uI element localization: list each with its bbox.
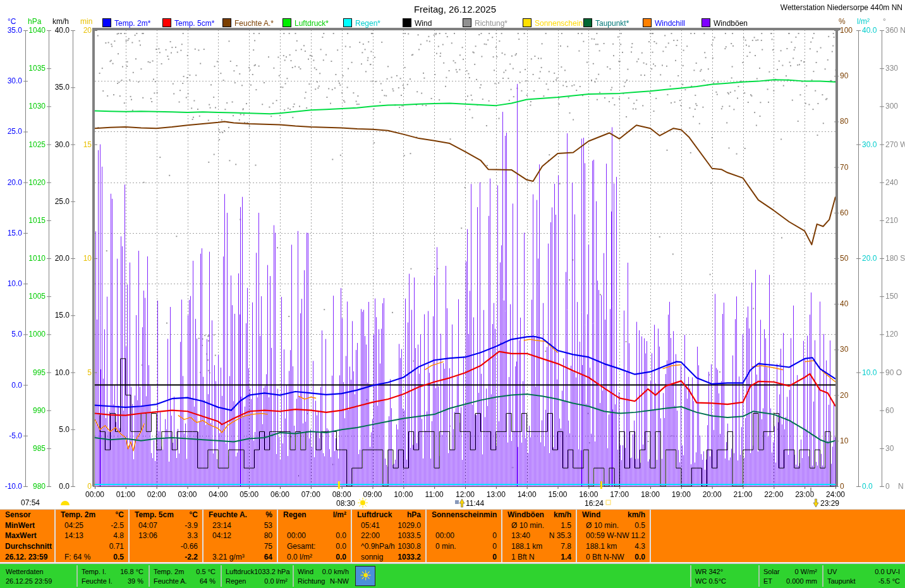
stats-col-wind: Windkm/hØ 10 min.0.500:59 W-NW11.2188.1 … <box>577 510 651 562</box>
stats-row-label: MaxWert <box>5 531 37 540</box>
stats-col-regen: Regenl/m²00:000.0Gesamt:0.00.0 l/m²0.0 <box>278 510 352 562</box>
stats-cell-value: 64 <box>264 553 272 561</box>
weather-chart-canvas <box>0 0 905 509</box>
legend-label: Richtung* <box>475 19 507 28</box>
stats-cell-value: 0.0 <box>336 553 346 561</box>
stats-cell-value: 0.5 <box>113 553 124 561</box>
stats-col-unit: °C <box>190 510 198 519</box>
legend-swatch-icon <box>643 18 652 27</box>
status-value: -5.5 °C <box>878 577 900 585</box>
stats-col-unit: hPa <box>407 510 421 519</box>
page-title: Freitag, 26.12.2025 <box>354 4 556 15</box>
stats-cell-time: 188.1 km <box>507 542 542 551</box>
stats-col-temp-2m: Temp. 2m°C04:25-2.514:134.80.71F: 64 %0.… <box>56 510 130 562</box>
legend-swatch-icon <box>222 18 231 27</box>
status-value: 0 W/m² <box>795 568 817 575</box>
weather-page: Freitag, 26.12.2025 Wetterstation Nieder… <box>0 0 905 588</box>
status-label: Feuchte I. <box>82 577 112 585</box>
stats-col-unit: % <box>265 510 272 519</box>
stats-cell-value: 0.5 <box>635 521 645 530</box>
status-label: UV <box>827 568 837 575</box>
status-panel-5: WR 342°WC 0.5°C <box>690 565 757 587</box>
stats-cell-value: 0.0 <box>336 531 346 540</box>
legend-item-2: Feuchte A.* <box>222 18 274 27</box>
axis-unit-min: min <box>80 17 92 26</box>
stats-col-name: Temp. 5cm <box>135 510 174 519</box>
legend-item-10: Windböen <box>702 18 748 27</box>
status-value: 0.000 mm <box>786 577 817 585</box>
stats-cell-value: -2.5 <box>111 521 124 530</box>
stats-cell-time: 22:00 <box>357 531 380 540</box>
legend-swatch-icon <box>463 18 471 27</box>
stats-cell-time: 00:00 <box>432 531 454 540</box>
stats-cell-time: 14:13 <box>61 531 83 540</box>
legend-item-7: Sonnenschein <box>523 18 583 27</box>
legend-label: Luftdruck* <box>295 19 329 28</box>
stats-cell-value: -0.66 <box>181 542 198 551</box>
stats-col-unit: km/h <box>628 510 645 519</box>
legend-label: Taupunkt* <box>595 19 629 28</box>
status-label: Richtung <box>298 577 325 585</box>
stats-row-label: 26.12. 23:59 <box>5 553 47 561</box>
stats-cell-value: 1.4 <box>561 553 571 561</box>
stats-cell-value: N 35.3 <box>549 531 571 540</box>
stats-cell-value: 0.0 <box>635 553 645 561</box>
stats-col-luftdruck: LuftdruckhPa05:411029.022:001033.5^0.9hP… <box>352 510 427 562</box>
status-value: 0.5 °C <box>196 568 216 575</box>
stats-cell-time: 0.0 l/m² <box>283 553 312 561</box>
legend-label: Sonnenschein <box>535 19 583 28</box>
station-name: Wetterstation Niedersorpe 440m NN <box>780 3 902 12</box>
stats-cell-value: 4.3 <box>635 542 645 551</box>
legend-item-5: Wind <box>403 18 432 27</box>
stats-col-name: Windböen <box>507 510 544 519</box>
legend-swatch-icon <box>702 18 710 27</box>
stats-cell-value: -3.9 <box>185 521 198 530</box>
status-label: Solar <box>763 568 780 575</box>
stats-cell-time: 04:07 <box>135 521 157 530</box>
legend-item-9: Windchill <box>643 18 685 27</box>
stats-col-unit: min <box>483 510 497 519</box>
stats-col-name: Feuchte A. <box>209 510 247 519</box>
stats-filler <box>651 510 905 562</box>
stats-cell-time: 00:59 W-NW <box>582 531 629 540</box>
legend-label: Wind <box>415 19 432 28</box>
stats-cell-time: Ø 10 min. <box>507 521 544 530</box>
legend-swatch-icon <box>102 18 111 27</box>
stats-cell-time: ^0.9hPa/h <box>357 542 395 551</box>
status-label: WC 0.5°C <box>695 577 726 585</box>
stats-cell-value: 11.2 <box>631 531 645 540</box>
axis-unit-percent: % <box>839 17 846 26</box>
stats-cell-value: 80 <box>264 531 272 540</box>
legend-label: Windböen <box>714 19 748 28</box>
stats-cell-value: -2.2 <box>185 553 198 561</box>
stats-row-label: MinWert <box>5 521 35 530</box>
legend-label: Windchill <box>655 19 685 28</box>
weather-sun-icon: ☀ <box>355 566 375 586</box>
stats-cell-value: 1030.8 <box>398 542 421 551</box>
legend-item-6: Richtung* <box>463 18 507 27</box>
status-label: 26.12.25 23:59 <box>6 577 52 585</box>
stats-col-feuchte-a-: Feuchte A.%23:145304:1280753.21 g/m³64 <box>203 510 278 562</box>
status-label: Taupunkt <box>827 577 856 585</box>
status-label: Wetterdaten <box>6 568 44 575</box>
stats-row-labels: SensorMinWertMaxWertDurchschnitt26.12. 2… <box>0 510 56 562</box>
legend-swatch-icon <box>583 18 592 27</box>
stats-cell-time: 188.1 km <box>582 542 617 551</box>
stats-cell-value: 0.0 <box>336 542 346 551</box>
status-panel-0: Wetterdaten26.12.25 23:59 <box>2 565 76 587</box>
legend-item-1: Temp. 5cm* <box>162 18 214 27</box>
legend-label: Regen* <box>355 19 380 28</box>
stats-cell-time: 3.21 g/m³ <box>209 553 245 561</box>
status-value: 16.8 °C <box>120 568 143 575</box>
stats-cell-value: 1033.5 <box>398 531 421 540</box>
stats-cell-value: 0 <box>492 553 497 561</box>
stats-cell-time: 1 Bft N <box>507 553 535 561</box>
stats-col-name: Temp. 2m <box>61 510 95 519</box>
stats-cell-time: sonnig <box>357 553 383 561</box>
status-value: 1033.2 hPa <box>254 568 289 575</box>
stats-cell-value: 53 <box>264 521 272 530</box>
status-panel-6: Solar0 W/m²ET0.000 mm <box>758 565 821 587</box>
legend-item-8: Taupunkt* <box>583 18 629 27</box>
stats-col-name: Regen <box>283 510 307 519</box>
stats-col-sonnenschein: Sonnenscheinmin00:0000 min.00 <box>427 510 502 562</box>
